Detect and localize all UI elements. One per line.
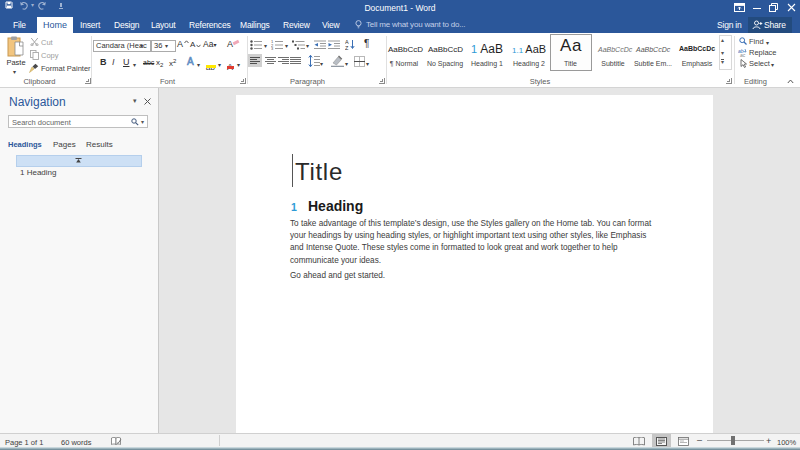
svg-text:Z: Z [345,45,349,50]
svg-text:3: 3 [271,46,274,50]
svg-text:ac: ac [740,52,746,57]
